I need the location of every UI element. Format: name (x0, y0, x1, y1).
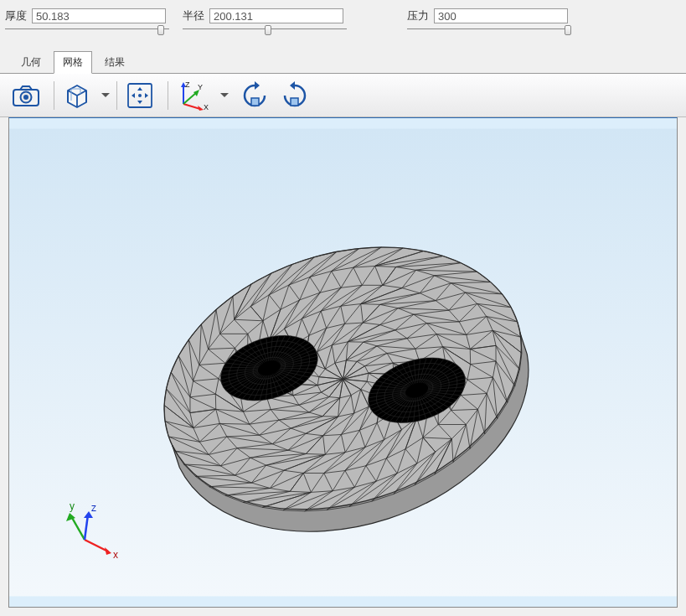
parameters-bar: 厚度 半径 压力 (0, 0, 686, 50)
3d-viewport[interactable]: x y z (8, 117, 678, 608)
cube-view-icon (63, 82, 91, 109)
pan-button[interactable] (122, 78, 157, 113)
svg-line-17 (85, 540, 108, 551)
svg-line-7 (183, 92, 197, 104)
svg-text:Z: Z (185, 80, 190, 89)
svg-text:X: X (204, 103, 209, 111)
svg-rect-12 (291, 98, 298, 106)
toolbar-separator (116, 81, 117, 110)
rotate-ccw-icon (280, 80, 310, 111)
screenshot-button[interactable] (8, 78, 44, 113)
pan-icon (126, 81, 154, 110)
cube-view-dropdown[interactable] (100, 93, 111, 98)
param-thickness-input[interactable] (32, 8, 166, 23)
param-pressure: 压力 (407, 8, 571, 35)
svg-point-2 (23, 95, 28, 100)
param-pressure-label: 压力 (407, 8, 429, 23)
cube-view-button[interactable] (59, 78, 95, 113)
param-thickness-slider[interactable] (5, 23, 169, 35)
svg-point-4 (138, 94, 142, 97)
tab-mesh[interactable]: 网格 (54, 51, 92, 74)
param-radius-input[interactable] (209, 8, 343, 23)
param-thickness: 厚度 (5, 8, 169, 35)
camera-icon (12, 84, 40, 107)
chevron-down-icon (220, 93, 229, 98)
axis-orientation-dropdown[interactable] (219, 93, 230, 98)
rotate-cw-button[interactable] (237, 78, 272, 113)
param-thickness-label: 厚度 (5, 8, 27, 23)
toolbar-separator (168, 81, 168, 110)
axis-z-label: z (91, 502, 96, 514)
view-tabs: 几何 网格 结果 (0, 50, 686, 74)
viewport-toolbar: Z Y X (0, 74, 686, 117)
viewport-container: x y z (0, 117, 686, 616)
chevron-down-icon (101, 93, 110, 98)
rotate-ccw-button[interactable] (277, 78, 312, 113)
axis-indicator: x y z (59, 498, 126, 565)
svg-line-19 (85, 515, 88, 540)
svg-rect-11 (251, 98, 259, 106)
tab-results[interactable]: 结果 (95, 51, 134, 74)
param-pressure-slider[interactable] (407, 23, 571, 35)
tab-geometry[interactable]: 几何 (12, 51, 50, 74)
axis-icon: Z Y X (175, 80, 212, 111)
toolbar-separator (54, 81, 54, 110)
param-radius: 半径 (183, 8, 347, 35)
rotate-cw-icon (240, 80, 270, 111)
svg-line-6 (183, 104, 200, 109)
param-pressure-input[interactable] (434, 8, 568, 23)
axis-x-label: x (113, 549, 118, 561)
param-radius-slider[interactable] (183, 23, 347, 35)
axis-orientation-button[interactable]: Z Y X (173, 78, 214, 113)
axis-y-label: y (70, 500, 75, 512)
svg-line-18 (71, 516, 85, 540)
svg-text:Y: Y (198, 83, 203, 91)
param-radius-label: 半径 (183, 8, 204, 23)
